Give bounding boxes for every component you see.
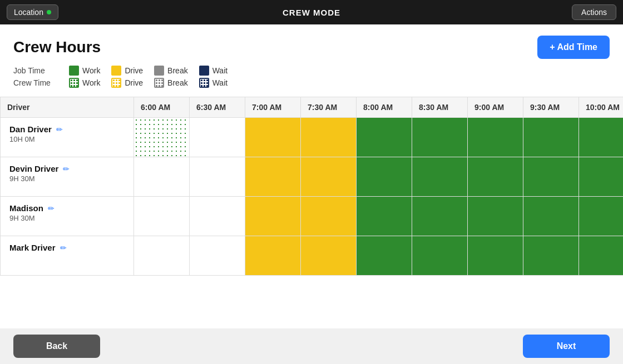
driver-name-row: Devin Driver ✏ xyxy=(9,164,125,173)
time-cell-r3-c7 xyxy=(523,236,579,276)
add-time-button[interactable]: + Add Time xyxy=(537,36,610,59)
cell-block-drive xyxy=(245,197,300,236)
time-cell-r3-c5 xyxy=(412,236,468,276)
cell-block-work xyxy=(579,236,623,275)
time-cell-r3-c8 xyxy=(579,236,624,276)
time-cell-r2-c1 xyxy=(190,197,245,236)
time-col-header-5: 8:30 AM xyxy=(412,97,468,118)
crew-time-legend-row: Crew Time Work Drive Break Wait xyxy=(13,78,610,88)
legend-work-label: Work xyxy=(82,66,100,75)
legend-item-crew-wait: Wait xyxy=(199,78,228,88)
cell-block-work xyxy=(357,197,412,236)
driver-cell-0: Dan Driver ✏ 10H 0M xyxy=(1,118,134,157)
cell-block-work xyxy=(468,236,523,275)
time-cell-r0-c1 xyxy=(190,118,245,157)
time-col-header-7: 9:30 AM xyxy=(523,97,579,118)
cell-block-work xyxy=(412,197,467,236)
legend-item-wait: Wait xyxy=(199,66,228,76)
cell-block-work xyxy=(412,236,467,275)
time-cell-r0-c6 xyxy=(468,118,523,157)
legend-crew-wait-label: Wait xyxy=(212,78,228,87)
cell-block-drive xyxy=(245,118,300,157)
legend-crew-drive-label: Drive xyxy=(125,78,143,87)
table-row: Madison ✏ 9H 30M xyxy=(1,197,624,236)
cell-block-empty xyxy=(190,118,245,157)
time-cell-r0-c4 xyxy=(357,118,412,157)
time-cell-r2-c6 xyxy=(468,197,523,236)
legend-crew-work-label: Work xyxy=(82,78,100,87)
time-cell-r1-c1 xyxy=(190,157,245,197)
legend-item-break: Break xyxy=(154,66,188,76)
time-cell-r3-c3 xyxy=(301,236,357,276)
actions-button[interactable]: Actions xyxy=(572,4,616,20)
driver-cell-1: Devin Driver ✏ 9H 30M xyxy=(1,157,134,197)
header-area: Crew Hours + Add Time xyxy=(0,24,623,66)
driver-hours: 9H 30M xyxy=(9,174,125,183)
time-cell-r0-c2 xyxy=(245,118,301,157)
cell-block-empty xyxy=(190,197,245,236)
edit-icon[interactable]: ✏ xyxy=(60,243,67,252)
driver-name: Mark Driver xyxy=(9,243,56,252)
cell-block-drive xyxy=(301,236,356,275)
schedule-table: Driver6:00 AM6:30 AM7:00 AM7:30 AM8:00 A… xyxy=(0,97,623,276)
driver-hours: 10H 0M xyxy=(9,135,125,143)
cell-block-work xyxy=(468,118,523,157)
time-cell-r3-c1 xyxy=(190,236,245,276)
edit-icon[interactable]: ✏ xyxy=(63,164,70,173)
legend-crew-break-label: Break xyxy=(167,78,188,87)
driver-name: Madison xyxy=(9,203,43,213)
cell-block-crew-work xyxy=(134,118,189,157)
cell-block-work xyxy=(579,197,623,236)
driver-name: Devin Driver xyxy=(9,164,58,173)
time-cell-r2-c7 xyxy=(523,197,579,236)
schedule-container[interactable]: Driver6:00 AM6:30 AM7:00 AM7:30 AM8:00 A… xyxy=(0,97,623,328)
table-row: Mark Driver ✏ xyxy=(1,236,624,276)
page-title: Crew Hours xyxy=(13,38,101,56)
wait-swatch xyxy=(199,66,209,76)
cell-block-drive xyxy=(301,118,356,157)
legend-area: Job Time Work Drive Break Wait Crew Time xyxy=(0,66,623,97)
driver-name-row: Mark Driver ✏ xyxy=(9,243,125,252)
time-cell-r3-c0 xyxy=(134,236,190,276)
crew-wait-swatch xyxy=(199,78,209,88)
cell-block-work xyxy=(579,118,623,157)
time-cell-r0-c7 xyxy=(523,118,579,157)
legend-drive-label: Drive xyxy=(125,66,143,75)
cell-block-empty xyxy=(134,197,189,236)
time-cell-r2-c3 xyxy=(301,197,357,236)
legend-item-crew-drive: Drive xyxy=(111,78,143,88)
legend-break-label: Break xyxy=(167,66,188,75)
legend-item-work: Work xyxy=(69,66,100,76)
location-button[interactable]: Location xyxy=(7,4,58,20)
time-cell-r2-c2 xyxy=(245,197,301,236)
time-cell-r3-c2 xyxy=(245,236,301,276)
drive-swatch xyxy=(111,66,121,76)
crew-drive-swatch xyxy=(111,78,121,88)
crew-break-swatch xyxy=(154,78,164,88)
time-cell-r0-c8 xyxy=(579,118,624,157)
crew-time-label: Crew Time xyxy=(13,78,58,87)
cell-block-empty xyxy=(134,157,189,196)
bottom-bar: Back Next xyxy=(0,328,623,364)
time-col-header-0: 6:00 AM xyxy=(134,97,190,118)
next-button[interactable]: Next xyxy=(523,335,610,358)
cell-block-drive xyxy=(301,157,356,196)
legend-item-crew-break: Break xyxy=(154,78,188,88)
edit-icon[interactable]: ✏ xyxy=(56,125,63,134)
driver-name-row: Dan Driver ✏ xyxy=(9,124,125,134)
time-col-header-8: 10:00 AM xyxy=(579,97,624,118)
time-cell-r3-c6 xyxy=(468,236,523,276)
back-button[interactable]: Back xyxy=(13,335,100,358)
cell-block-work xyxy=(523,118,578,157)
topbar-title: CREW MODE xyxy=(283,8,340,17)
edit-icon[interactable]: ✏ xyxy=(48,204,55,213)
time-col-header-2: 7:00 AM xyxy=(245,97,301,118)
cell-block-work xyxy=(412,118,467,157)
cell-block-drive xyxy=(245,236,300,275)
cell-block-work xyxy=(523,157,578,196)
driver-cell-2: Madison ✏ 9H 30M xyxy=(1,197,134,236)
time-cell-r1-c0 xyxy=(134,157,190,197)
legend-item-crew-work: Work xyxy=(69,78,100,88)
time-cell-r2-c8 xyxy=(579,197,624,236)
driver-cell-3: Mark Driver ✏ xyxy=(1,236,134,276)
